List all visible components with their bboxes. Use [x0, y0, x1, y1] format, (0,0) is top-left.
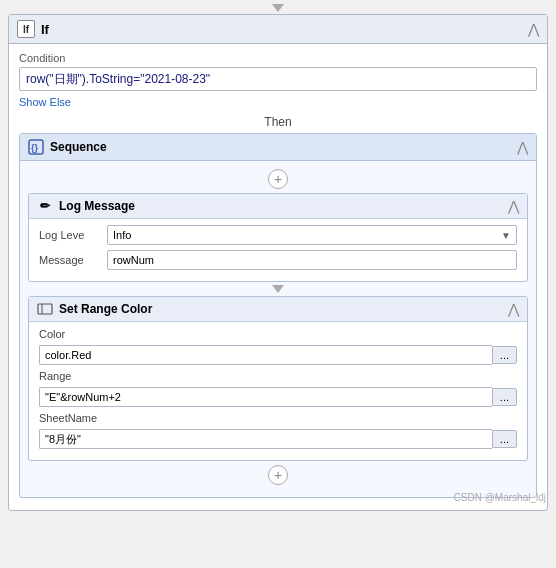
log-message-header: ✏ Log Message ⋀	[29, 194, 527, 219]
sequence-block: {} Sequence ⋀ +	[19, 133, 537, 498]
if-body: Condition Show Else Then {} S	[9, 44, 547, 510]
sequence-header: {} Sequence ⋀	[20, 134, 536, 161]
log-message-block: ✏ Log Message ⋀ Log Leve De	[28, 193, 528, 282]
color-input[interactable]	[39, 345, 492, 365]
color-browse-button[interactable]: ...	[492, 346, 517, 364]
down-arrow-icon-1	[272, 285, 284, 293]
sequence-title-label: Sequence	[50, 140, 107, 154]
sheetname-section-label: SheetName	[39, 412, 97, 424]
range-input[interactable]	[39, 387, 492, 407]
range-section-label: Range	[39, 370, 71, 382]
sequence-collapse-icon[interactable]: ⋀	[517, 139, 528, 155]
if-block: If If ⋀ Condition Show Else Then	[8, 14, 548, 511]
sequence-body: + ✏ Log Message ⋀	[20, 161, 536, 497]
message-label: Message	[39, 254, 107, 266]
connector-arrow-1	[28, 285, 528, 293]
color-row: ...	[39, 345, 517, 365]
set-range-color-icon	[37, 301, 53, 317]
log-level-select-wrapper: Debug Info Warn Error Fatal ▼	[107, 225, 517, 245]
log-message-collapse-icon[interactable]: ⋀	[508, 198, 519, 214]
set-range-color-collapse-icon[interactable]: ⋀	[508, 301, 519, 317]
if-title: If If	[17, 20, 49, 38]
log-level-label: Log Leve	[39, 229, 107, 241]
range-input-wrapper: ...	[39, 387, 517, 407]
log-level-row: Log Leve Debug Info Warn Error Fatal	[39, 225, 517, 245]
range-row: ...	[39, 387, 517, 407]
color-section-label: Color	[39, 328, 65, 340]
set-range-color-block: Set Range Color ⋀ Color	[28, 296, 528, 461]
condition-label: Condition	[19, 52, 537, 64]
then-label: Then	[19, 115, 537, 129]
sheetname-browse-button[interactable]: ...	[492, 430, 517, 448]
add-activity-button-top[interactable]: +	[268, 169, 288, 189]
sequence-title: {} Sequence	[28, 139, 107, 155]
svg-text:{}: {}	[31, 143, 39, 153]
sequence-icon: {}	[28, 139, 44, 155]
color-input-wrapper: ...	[39, 345, 517, 365]
log-message-title: ✏ Log Message	[37, 198, 135, 214]
log-message-body: Log Leve Debug Info Warn Error Fatal	[29, 219, 527, 281]
set-range-color-body: Color ... Range	[29, 322, 527, 460]
svg-rect-2	[38, 304, 52, 314]
sheetname-input-wrapper: ...	[39, 429, 517, 449]
message-row: Message	[39, 250, 517, 270]
if-header: If If ⋀	[9, 15, 547, 44]
log-level-select[interactable]: Debug Info Warn Error Fatal	[107, 225, 517, 245]
log-message-title-label: Log Message	[59, 199, 135, 213]
set-range-color-header: Set Range Color ⋀	[29, 297, 527, 322]
sheetname-row: ...	[39, 429, 517, 449]
set-range-color-title: Set Range Color	[37, 301, 152, 317]
set-range-color-title-label: Set Range Color	[59, 302, 152, 316]
sheetname-section-label-row: SheetName	[39, 412, 517, 424]
top-connector	[0, 0, 556, 14]
range-browse-button[interactable]: ...	[492, 388, 517, 406]
watermark: CSDN @Marshal_ldj	[454, 492, 546, 503]
message-input[interactable]	[107, 250, 517, 270]
add-btn-row-bottom: +	[28, 465, 528, 485]
log-message-icon: ✏	[37, 198, 53, 214]
color-section-label-row: Color	[39, 328, 517, 340]
add-btn-row-top: +	[28, 169, 528, 189]
down-arrow-icon	[272, 4, 284, 12]
condition-input[interactable]	[19, 67, 537, 91]
sheetname-input[interactable]	[39, 429, 492, 449]
range-section-label-row: Range	[39, 370, 517, 382]
if-collapse-icon[interactable]: ⋀	[528, 21, 539, 37]
add-activity-button-bottom[interactable]: +	[268, 465, 288, 485]
show-else-link[interactable]: Show Else	[19, 96, 71, 108]
if-icon: If	[17, 20, 35, 38]
if-title-label: If	[41, 22, 49, 37]
